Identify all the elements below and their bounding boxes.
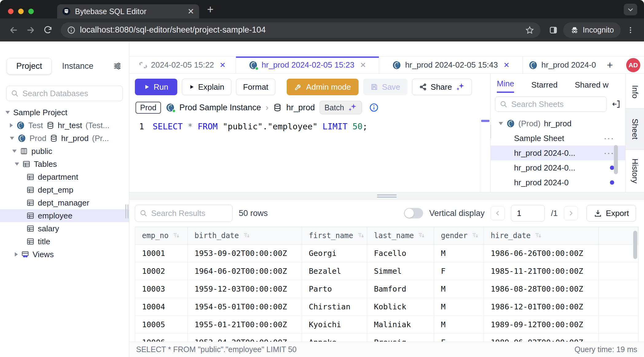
sheet-tab-3[interactable]: hr_prod 2024-02-05 15:43 ✕ xyxy=(379,57,523,73)
sort-icon[interactable] xyxy=(172,232,180,239)
caret-down-icon[interactable] xyxy=(12,150,17,153)
cell[interactable]: Preusig xyxy=(367,334,434,342)
table-row[interactable]: 10004 1954-05-01T00:00:00Z Chirstian Kob… xyxy=(135,298,638,316)
tree-table-title[interactable]: title xyxy=(0,235,129,248)
sheet-tab-4[interactable]: hr_prod 2024-0 xyxy=(523,57,602,73)
filter-sliders-icon[interactable] xyxy=(112,61,122,71)
cell[interactable]: 10001 xyxy=(135,245,188,262)
cell[interactable]: F xyxy=(434,262,484,280)
tree-table-department[interactable]: department xyxy=(0,171,129,183)
tree-tables-group[interactable]: Tables xyxy=(0,158,129,171)
cell[interactable]: 1964-06-02T00:00:00Z xyxy=(188,262,302,280)
sidebar-resize-handle[interactable] xyxy=(125,204,128,218)
tree-project-row[interactable]: Sample Project xyxy=(0,106,129,119)
column-header-emp-no[interactable]: emp_no xyxy=(135,227,188,244)
tab-mine[interactable]: Mine xyxy=(497,79,514,93)
cell[interactable]: Anneke xyxy=(302,334,367,342)
sql-editor[interactable]: 1 SELECT * FROM "public"."employee" LIMI… xyxy=(129,118,490,192)
sheet-menu-icon[interactable]: ··· xyxy=(604,148,614,158)
cell[interactable]: Maliniak xyxy=(367,316,434,333)
cell[interactable]: 1989-06-02T00:00:00Z xyxy=(484,334,599,342)
cell[interactable]: Parto xyxy=(302,280,367,298)
sheet-list-item[interactable]: hr_prod 2024-0... xyxy=(491,160,625,175)
tree-table-dept-emp[interactable]: dept_emp xyxy=(0,183,129,196)
cell[interactable]: 1954-05-01T00:00:00Z xyxy=(188,298,302,316)
cell[interactable]: 10003 xyxy=(135,280,188,298)
table-row[interactable]: 10002 1964-06-02T00:00:00Z Bezalel Simme… xyxy=(135,262,638,280)
table-row[interactable]: 10003 1959-12-03T00:00:00Z Parto Bamford… xyxy=(135,280,638,298)
tab-project[interactable]: Project xyxy=(7,58,52,74)
cell[interactable]: Facello xyxy=(367,245,434,262)
tree-db-hr-prod[interactable]: Prod hr_prod (Pr... xyxy=(0,132,129,145)
table-row[interactable]: 10005 1955-01-21T00:00:00Z Kyoichi Malin… xyxy=(135,316,638,334)
cell[interactable]: Georgi xyxy=(302,245,367,262)
tree-db-hr-test[interactable]: Test hr_test (Test... xyxy=(0,119,129,132)
close-tab-icon[interactable]: ✕ xyxy=(187,7,194,15)
close-sheet-tab-icon[interactable]: ✕ xyxy=(220,61,226,69)
cell[interactable]: 1959-12-03T00:00:00Z xyxy=(188,280,302,298)
sheet-tab-2-active[interactable]: hr_prod 2024-02-05 15:23 ✕ xyxy=(236,57,379,73)
tab-instance[interactable]: Instance xyxy=(62,61,93,71)
bookmark-star-icon[interactable] xyxy=(525,26,534,35)
sheets-group-row[interactable]: (Prod) hr_prod xyxy=(491,116,625,131)
zoom-window-button[interactable] xyxy=(28,9,34,14)
info-icon[interactable] xyxy=(369,103,379,112)
sort-icon[interactable] xyxy=(243,232,250,239)
sheet-list-item[interactable]: Sample Sheet ··· xyxy=(491,131,625,146)
vertical-display-toggle[interactable] xyxy=(404,208,423,218)
url-text[interactable]: localhost:8080/sql-editor/sheet/project-… xyxy=(80,25,521,35)
column-header-first-name[interactable]: first_name xyxy=(302,227,367,244)
sheets-panel-resize-handle[interactable] xyxy=(491,124,491,139)
column-header-last-name[interactable]: last_name xyxy=(367,227,434,244)
sheet-list-item-selected[interactable]: hr_prod 2024-0... ··· xyxy=(491,146,625,160)
column-header-gender[interactable]: gender xyxy=(434,227,484,244)
tab-shared[interactable]: Shared w xyxy=(575,80,609,93)
cell[interactable]: 10002 xyxy=(135,262,188,280)
search-databases-input[interactable]: Search Databases xyxy=(6,86,123,101)
cell[interactable]: M xyxy=(434,245,484,262)
sort-icon[interactable] xyxy=(357,232,364,239)
forward-button[interactable] xyxy=(23,23,38,37)
cell[interactable]: 10004 xyxy=(135,298,188,316)
tree-views-group[interactable]: Views xyxy=(0,248,129,261)
code-line-1[interactable]: 1 SELECT * FROM "public"."employee" LIMI… xyxy=(129,122,490,131)
sheet-menu-icon[interactable]: ··· xyxy=(604,133,614,143)
database-name[interactable]: hr_prod xyxy=(286,103,315,112)
table-row-partial[interactable]: 10006 1953-04-20T00:00:00Z Anneke Preusi… xyxy=(135,334,638,342)
search-sheets-input[interactable]: Search Sheets xyxy=(495,96,607,112)
run-button[interactable]: Run xyxy=(135,79,177,95)
browser-tab[interactable]: Bytebase SQL Editor ✕ xyxy=(57,4,199,18)
minimize-window-button[interactable] xyxy=(18,9,24,14)
close-window-button[interactable] xyxy=(8,9,14,14)
cell[interactable]: Bamford xyxy=(367,280,434,298)
next-page-button[interactable] xyxy=(564,206,578,220)
cell[interactable]: 1986-08-28T00:00:00Z xyxy=(484,280,599,298)
cell[interactable]: Simmel xyxy=(367,262,434,280)
results-splitter-handle[interactable] xyxy=(129,192,644,200)
cell[interactable]: Koblick xyxy=(367,298,434,316)
new-tab-button[interactable]: + xyxy=(199,3,214,18)
prev-page-button[interactable] xyxy=(491,206,505,220)
cell[interactable]: 10006 xyxy=(135,334,188,342)
editor-scrollbar[interactable] xyxy=(480,118,490,192)
cell[interactable]: F xyxy=(434,334,484,342)
search-results-input[interactable]: Search Results xyxy=(135,205,233,222)
tab-info[interactable]: Info xyxy=(626,75,644,108)
sort-icon[interactable] xyxy=(418,232,425,239)
new-sheet-button[interactable]: + xyxy=(602,57,618,73)
cell[interactable]: 1986-06-26T00:00:00Z xyxy=(484,245,599,262)
tab-starred[interactable]: Starred xyxy=(531,80,557,93)
cell[interactable]: Chirstian xyxy=(302,298,367,316)
tree-table-dept-manager[interactable]: dept_manager xyxy=(0,196,129,209)
site-info-icon[interactable] xyxy=(67,26,76,34)
format-button[interactable]: Format xyxy=(236,79,275,95)
back-button[interactable] xyxy=(6,23,21,37)
caret-down-icon[interactable] xyxy=(6,111,10,114)
cell[interactable]: 1986-12-01T00:00:00Z xyxy=(484,298,599,316)
collapse-panel-icon[interactable] xyxy=(611,99,621,109)
tree-table-salary[interactable]: salary xyxy=(0,222,129,235)
sort-icon[interactable] xyxy=(471,232,479,239)
user-avatar[interactable]: AD xyxy=(626,58,640,72)
side-panel-button[interactable] xyxy=(546,23,561,37)
page-number-input[interactable] xyxy=(511,205,545,222)
